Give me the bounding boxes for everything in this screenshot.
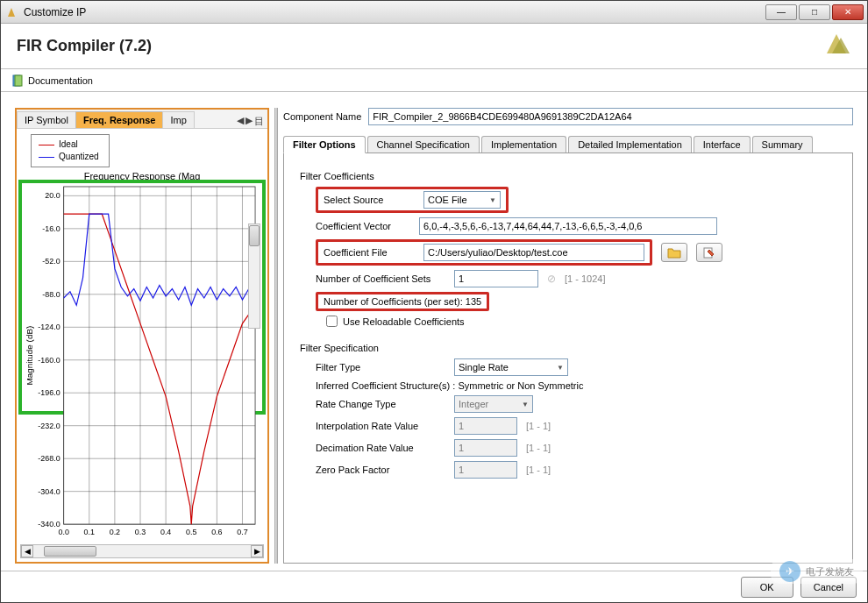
interpolation-rate-input xyxy=(454,417,517,435)
svg-text:-196.0: -196.0 xyxy=(38,388,60,397)
svg-text:-16.0: -16.0 xyxy=(42,224,60,233)
preview-pane: IP Symbol Freq. Response Imp ◀ ▶ 目 Ideal… xyxy=(15,108,269,564)
chart-plot: 20.0-16.0-52.0-88.0-124.0-160.0-196.0-23… xyxy=(22,183,262,537)
tab-interface[interactable]: Interface xyxy=(694,136,751,153)
chevron-down-icon: ▼ xyxy=(557,364,564,372)
reloadable-coefficients-checkbox[interactable] xyxy=(326,316,338,327)
filter-specification-title: Filter Specification xyxy=(300,343,836,353)
coefficient-vector-label: Coefficient Vector xyxy=(316,221,410,231)
scrollbar-thumb[interactable] xyxy=(249,225,260,246)
cancel-button[interactable]: Cancel xyxy=(800,577,857,598)
rate-change-type-dropdown: Integer▼ xyxy=(454,395,533,413)
num-coeff-per-set-label: Number of Coefficients (per set): 135 xyxy=(324,296,481,307)
tab-implementation[interactable]: Imp xyxy=(162,111,194,128)
decimation-rate-label: Decimation Rate Value xyxy=(316,443,445,453)
scrollbar-thumb[interactable] xyxy=(44,546,96,557)
tab-nav-prev-icon[interactable]: ◀ xyxy=(237,115,244,128)
svg-text:-160.0: -160.0 xyxy=(38,356,60,365)
legend-ideal: Ideal xyxy=(59,138,78,151)
scroll-right-icon[interactable]: ▶ xyxy=(251,545,263,557)
tab-summary[interactable]: Summary xyxy=(752,136,813,153)
filter-type-label: Filter Type xyxy=(316,362,445,372)
tab-detailed-implementation[interactable]: Detailed Implementation xyxy=(568,136,692,153)
coefficient-file-label: Coefficient File xyxy=(324,247,411,258)
svg-text:Magnitude (dB): Magnitude (dB) xyxy=(25,326,34,386)
svg-text:-304.0: -304.0 xyxy=(38,487,60,496)
interpolation-rate-range: [1 - 1] xyxy=(526,421,551,431)
folder-open-icon xyxy=(667,246,681,259)
coefficient-file-input[interactable] xyxy=(423,244,644,261)
documentation-label: Documentation xyxy=(28,75,93,86)
num-coeff-sets-label: Number of Coefficient Sets xyxy=(316,273,445,284)
decimation-rate-input xyxy=(454,439,517,457)
edit-file-button[interactable] xyxy=(696,243,722,262)
highlight-box-coefficient-file: Coefficient File xyxy=(316,239,652,266)
svg-text:0.2: 0.2 xyxy=(110,528,120,536)
chart-horizontal-scrollbar[interactable]: ◀ ▶ xyxy=(20,544,264,558)
config-tabstrip: Filter Options Channel Specification Imp… xyxy=(283,134,853,153)
window-title: Customize IP xyxy=(24,6,765,18)
svg-text:-88.0: -88.0 xyxy=(42,290,60,299)
window-close-button[interactable]: ✕ xyxy=(832,4,864,20)
coefficient-vector-input[interactable] xyxy=(419,217,717,235)
filter-type-dropdown[interactable]: Single Rate▼ xyxy=(454,358,568,376)
svg-text:0.7: 0.7 xyxy=(237,528,247,536)
reloadable-coefficients-label: Use Reloadable Coefficients xyxy=(343,316,465,327)
svg-text:0.0: 0.0 xyxy=(58,528,68,536)
tab-nav-menu-icon[interactable]: 目 xyxy=(254,115,264,128)
svg-text:20.0: 20.0 xyxy=(45,191,60,200)
inferred-structure-label: Inferred Coefficient Structure(s) : Symm… xyxy=(316,380,583,391)
chart-title: Frequency Response (Mag xyxy=(20,171,264,181)
chart-legend: Ideal Quantized xyxy=(31,134,110,167)
component-name-label: Component Name xyxy=(283,111,361,122)
highlight-box-select-source: Select Source COE File▼ xyxy=(316,187,509,213)
browse-file-button[interactable] xyxy=(661,243,687,262)
app-icon xyxy=(4,5,18,19)
documentation-icon xyxy=(11,74,24,87)
rate-change-type-label: Rate Change Type xyxy=(316,399,445,409)
tab-filter-options[interactable]: Filter Options xyxy=(283,136,366,153)
window-minimize-button[interactable]: — xyxy=(765,4,797,20)
clear-icon[interactable]: ⊘ xyxy=(547,273,556,285)
tab-freq-response[interactable]: Freq. Response xyxy=(75,111,164,128)
svg-text:-124.0: -124.0 xyxy=(38,323,60,331)
select-source-dropdown[interactable]: COE File▼ xyxy=(423,191,501,209)
num-coeff-sets-input[interactable] xyxy=(454,270,538,287)
window-titlebar: Customize IP — □ ✕ xyxy=(1,1,867,24)
component-name-input[interactable] xyxy=(368,108,853,125)
zero-pack-factor-input xyxy=(454,461,517,479)
zero-pack-factor-range: [1 - 1] xyxy=(526,465,551,475)
scroll-left-icon[interactable]: ◀ xyxy=(21,545,33,557)
chevron-down-icon: ▼ xyxy=(522,401,529,408)
tab-implementation-config[interactable]: Implementation xyxy=(481,136,566,153)
svg-text:-232.0: -232.0 xyxy=(38,422,60,430)
tab-ip-symbol[interactable]: IP Symbol xyxy=(17,111,76,128)
svg-text:0.1: 0.1 xyxy=(84,528,95,536)
zero-pack-factor-label: Zero Pack Factor xyxy=(316,465,445,475)
num-coeff-sets-range: [1 - 1024] xyxy=(565,273,605,284)
edit-icon xyxy=(702,246,716,259)
svg-text:-340.0: -340.0 xyxy=(38,520,60,529)
svg-rect-5 xyxy=(64,187,255,524)
ok-button[interactable]: OK xyxy=(741,577,793,598)
legend-quantized: Quantized xyxy=(59,151,99,163)
filter-coefficients-title: Filter Coefficients xyxy=(300,171,836,181)
svg-text:-268.0: -268.0 xyxy=(38,454,60,463)
chart-vertical-scrollbar[interactable] xyxy=(248,223,260,329)
pane-splitter[interactable] xyxy=(274,108,278,564)
svg-text:0.4: 0.4 xyxy=(160,528,171,536)
window-maximize-button[interactable]: □ xyxy=(799,4,830,20)
dialog-footer: OK Cancel xyxy=(1,571,867,602)
decimation-rate-range: [1 - 1] xyxy=(526,443,551,453)
vendor-logo-icon xyxy=(822,29,851,63)
header: FIR Compiler (7.2) xyxy=(1,24,867,69)
svg-marker-0 xyxy=(8,8,15,17)
documentation-bar[interactable]: Documentation xyxy=(1,69,867,92)
tab-nav-next-icon[interactable]: ▶ xyxy=(245,115,253,128)
svg-text:-52.0: -52.0 xyxy=(42,257,60,266)
highlight-box-num-per-set: Number of Coefficients (per set): 135 xyxy=(316,292,489,311)
tab-channel-specification[interactable]: Channel Specification xyxy=(367,136,480,153)
interpolation-rate-label: Interpolation Rate Value xyxy=(316,421,445,431)
svg-text:0.3: 0.3 xyxy=(135,528,146,536)
chevron-down-icon: ▼ xyxy=(489,196,496,204)
